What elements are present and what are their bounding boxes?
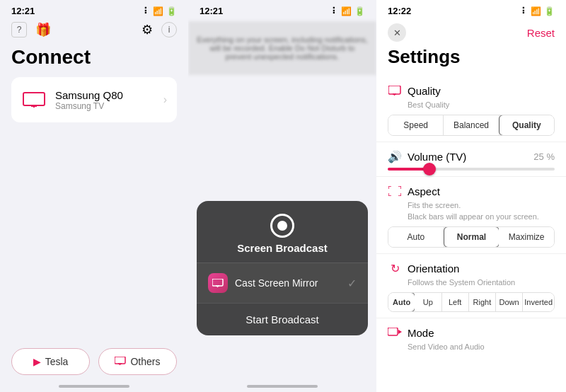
start-broadcast-button[interactable]: Start Broadcast [197, 303, 368, 335]
aspect-icon [388, 184, 402, 198]
seg-normal[interactable]: Normal [444, 226, 500, 248]
settings-top-bar: ✕ Reset [376, 19, 566, 45]
orientation-section: ↻ Orientation Follows the System Orienta… [376, 253, 566, 318]
wifi-icon-2: 📶 [341, 6, 352, 16]
aspect-sublabel2: Black bars will appear on your screen. [388, 212, 555, 221]
home-indicator-1 [59, 385, 129, 388]
aspect-segmented: Auto Normal Maximize [388, 226, 555, 248]
seg-down[interactable]: Down [496, 293, 523, 311]
orientation-segmented: Auto Up Left Right Down Inverted [388, 292, 555, 312]
others-label: Others [130, 356, 160, 367]
cast-label: Cast Screen Mirror [235, 277, 340, 289]
status-bar-3: 12:22 ⠇ 📶 🔋 [376, 0, 566, 19]
mode-section: Mode Send Video and Audio [376, 318, 566, 362]
broadcast-title: Screen Broadcast [237, 242, 328, 254]
blurred-content: Everything on your screen, including not… [188, 21, 376, 75]
reset-button[interactable]: Reset [527, 27, 555, 39]
quality-header: Quality [388, 83, 555, 98]
volume-header: 🔊 Volume (TV) 25 % [388, 149, 555, 163]
wifi-icon: 📶 [153, 6, 163, 16]
record-dot [277, 221, 287, 231]
connect-panel: 12:21 ⠇ 📶 🔋 ? 🎁 ⚙ i Connect Samsung Q80 … [0, 0, 188, 392]
seg-up[interactable]: Up [415, 293, 441, 311]
aspect-section: Aspect Fits the screen. Black bars will … [376, 176, 566, 253]
slider-thumb[interactable] [423, 163, 436, 175]
status-icons-3: ⠇ 📶 🔋 [521, 6, 555, 16]
orientation-sublabel: Follows the System Orientation [388, 278, 555, 287]
volume-icon: 🔊 [388, 149, 402, 163]
mode-sublabel: Send Video and Audio [388, 342, 555, 351]
seg-maximize[interactable]: Maximize [499, 227, 554, 247]
broadcast-header: Screen Broadcast [197, 201, 368, 263]
battery-icon-2: 🔋 [354, 6, 365, 16]
volume-section: 🔊 Volume (TV) 25 % [376, 142, 566, 176]
settings-title: Settings [376, 45, 566, 76]
tesla-button[interactable]: ▶ Tesla [11, 348, 90, 375]
seg-left[interactable]: Left [442, 293, 469, 311]
check-icon: ✓ [347, 277, 357, 290]
quality-label: Quality [408, 85, 441, 97]
home-indicator-2 [247, 385, 318, 388]
aspect-header: Aspect [388, 184, 555, 198]
info-icon[interactable]: i [161, 22, 177, 38]
volume-label: Volume (TV) [408, 151, 466, 163]
volume-slider[interactable] [388, 168, 555, 171]
cast-icon [208, 273, 228, 293]
others-button[interactable]: Others [98, 348, 177, 375]
help-icon[interactable]: ? [11, 22, 27, 38]
header-right-icons: ⚙ i [142, 22, 177, 38]
mode-icon [388, 325, 402, 340]
blurred-text: Everything on your screen, including not… [197, 35, 368, 61]
chevron-icon: › [163, 93, 167, 106]
filter-icon[interactable]: ⚙ [142, 22, 153, 38]
quality-icon [388, 83, 402, 98]
status-bar-1: 12:21 ⠇ 📶 🔋 [0, 0, 188, 19]
others-icon [115, 356, 126, 367]
device-info: Samsung Q80 Samsung TV [55, 89, 155, 111]
quality-segmented: Speed Balanced Quality [388, 115, 555, 136]
quality-sublabel: Best Quality [388, 100, 555, 109]
record-button[interactable] [270, 214, 294, 238]
seg-auto-orient[interactable]: Auto [388, 292, 415, 312]
status-icons-2: ⠇ 📶 🔋 [332, 6, 365, 16]
volume-percent: 25 % [533, 151, 555, 162]
seg-inverted[interactable]: Inverted [523, 293, 554, 311]
aspect-sublabel1: Fits the screen. [388, 201, 555, 209]
seg-right[interactable]: Right [469, 293, 496, 311]
status-bar-2: 12:21 ⠇ 📶 🔋 [188, 0, 376, 19]
signal-icon: ⠇ [144, 6, 150, 16]
broadcast-option[interactable]: Cast Screen Mirror ✓ [197, 263, 368, 303]
gift-icon[interactable]: 🎁 [35, 22, 51, 38]
seg-quality[interactable]: Quality [499, 115, 555, 136]
signal-icon-3: ⠇ [521, 6, 528, 16]
battery-icon: 🔋 [166, 6, 177, 16]
orientation-icon: ↻ [388, 261, 402, 275]
orientation-label: Orientation [408, 263, 459, 275]
tesla-icon: ▶ [33, 356, 41, 367]
broadcast-modal: Screen Broadcast Cast Screen Mirror ✓ St… [197, 201, 368, 335]
tesla-label: Tesla [45, 356, 69, 367]
volume-label-group: 🔊 Volume (TV) [388, 149, 466, 163]
device-card[interactable]: Samsung Q80 Samsung TV › [11, 77, 177, 122]
seg-auto-aspect[interactable]: Auto [388, 227, 444, 247]
svg-marker-13 [398, 330, 402, 334]
header-left-icons: ? 🎁 [11, 22, 51, 38]
broadcast-panel: 12:21 ⠇ 📶 🔋 Everything on your screen, i… [188, 0, 376, 392]
time-1: 12:21 [11, 6, 35, 16]
status-icons-1: ⠇ 📶 🔋 [144, 6, 177, 16]
svg-rect-12 [388, 328, 398, 335]
time-3: 12:22 [388, 6, 411, 16]
tv-icon [21, 87, 47, 113]
svg-rect-0 [23, 93, 45, 105]
signal-icon-2: ⠇ [332, 6, 338, 16]
svg-rect-3 [115, 357, 125, 364]
connect-title: Connect [0, 43, 188, 77]
svg-rect-9 [388, 86, 400, 94]
close-button[interactable]: ✕ [388, 23, 406, 42]
orientation-header: ↻ Orientation [388, 261, 555, 275]
mode-label: Mode [408, 327, 434, 339]
seg-speed[interactable]: Speed [388, 115, 444, 135]
seg-balanced[interactable]: Balanced [444, 115, 499, 135]
battery-icon-3: 🔋 [544, 6, 555, 16]
settings-panel: 12:22 ⠇ 📶 🔋 ✕ Reset Settings Quality [376, 0, 566, 392]
